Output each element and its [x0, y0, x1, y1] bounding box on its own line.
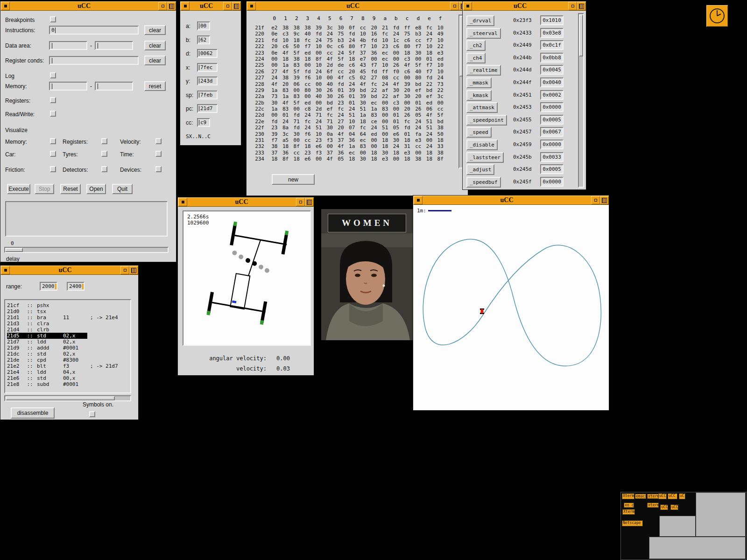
symbol-name-button[interactable]: _speed: [466, 127, 492, 138]
maximize-button[interactable]: [600, 196, 609, 204]
titlebar[interactable]: uCC: [180, 1, 241, 11]
taskbar-tile[interactable]: Xterm: [622, 493, 634, 499]
delay-slider-thumb[interactable]: [5, 248, 23, 252]
titlebar[interactable]: uCC: [0, 1, 176, 11]
taskbar-tile[interactable]: uCC: [660, 504, 668, 510]
register-conds-input[interactable]: [49, 56, 139, 65]
memory-from-input[interactable]: [49, 82, 87, 91]
iconify-button[interactable]: [450, 2, 459, 10]
register-value-field[interactable]: 7feb: [197, 91, 218, 99]
disasm-line[interactable]: 21e2::bltf3; -> 21d7: [5, 363, 130, 369]
symbol-value-field[interactable]: 0x0005: [540, 115, 564, 125]
symbol-value-field[interactable]: 0x0002: [540, 90, 564, 100]
window-menu-button[interactable]: [178, 198, 187, 206]
maximize-button[interactable]: [129, 266, 138, 274]
register-value-field[interactable]: 62: [197, 35, 210, 44]
window-menu-button[interactable]: [181, 2, 190, 10]
symbol-value-field[interactable]: 0x0067: [540, 127, 564, 137]
symbol-name-button[interactable]: _speedpoint: [466, 115, 507, 126]
register-value-field[interactable]: 00: [197, 21, 210, 30]
vis-registers-checkbox[interactable]: [101, 138, 107, 144]
symbol-name-button[interactable]: _adjust: [466, 164, 494, 175]
stop-button[interactable]: Stop: [35, 184, 54, 194]
data-area-clear-button[interactable]: clear: [144, 41, 166, 50]
vis-car-checkbox[interactable]: [50, 151, 56, 157]
data-area-to-input[interactable]: [95, 41, 133, 50]
register-conds-clear-button[interactable]: clear: [144, 56, 166, 65]
vis-friction-checkbox[interactable]: [50, 166, 56, 172]
disasm-hscrollbar-thumb[interactable]: [6, 396, 115, 400]
taskbar-tile[interactable]: Netscape: [622, 520, 643, 526]
disasm-line[interactable]: 21e8::subd#0001: [5, 381, 130, 387]
log-checkbox[interactable]: [50, 72, 56, 78]
iconify-button[interactable]: [296, 198, 305, 206]
titlebar[interactable]: uCC: [0, 266, 138, 275]
titlebar[interactable]: uCC: [413, 196, 609, 205]
disasm-line[interactable]: 21de::cpd#8300: [5, 357, 130, 363]
window-menu-button[interactable]: [1, 266, 10, 274]
symbol-value-field[interactable]: 0x0000: [540, 177, 564, 187]
taskbar-tile[interactable]: xterm: [647, 503, 659, 508]
taskbar-tile[interactable]: xo c: [624, 503, 634, 508]
symbol-name-button[interactable]: _kmask: [466, 90, 492, 101]
disasm-line[interactable]: 21d4::clrb: [5, 327, 130, 333]
disasm-line[interactable]: 21e6::std00,x: [5, 375, 130, 381]
execute-button[interactable]: Execute: [7, 184, 30, 194]
disasm-checkbox[interactable]: [89, 411, 95, 417]
titlebar[interactable]: uCC: [247, 1, 468, 11]
pager-empty-desk[interactable]: [659, 516, 696, 537]
vis-time-checkbox[interactable]: [155, 151, 162, 157]
pager-empty-desk[interactable]: [696, 492, 746, 537]
symbol-name-button[interactable]: _attmask: [466, 102, 498, 113]
taskbar-tile[interactable]: xterm: [647, 494, 659, 499]
taskbar-tile[interactable]: uC: [679, 493, 685, 499]
pager-empty-desk[interactable]: [649, 537, 746, 559]
disasm-line[interactable]: 21d9::addd#0001: [5, 345, 130, 351]
clock-widget[interactable]: [706, 5, 728, 27]
breakpoints-checkbox[interactable]: [50, 16, 56, 22]
delay-slider[interactable]: [4, 247, 169, 253]
symbol-name-button[interactable]: _realtime: [466, 65, 501, 76]
iconify-button[interactable]: [591, 196, 600, 204]
register-value-field[interactable]: c9: [197, 118, 210, 127]
disasm-line[interactable]: 21d0::tsx: [5, 308, 130, 315]
symbol-value-field[interactable]: 0x0bb8: [540, 53, 564, 63]
disassemble-button[interactable]: disassemble: [11, 407, 55, 419]
symbol-value-field[interactable]: 0x03e8: [540, 28, 564, 38]
instructions-input[interactable]: 0: [49, 26, 139, 35]
vis-memory-checkbox[interactable]: [50, 138, 56, 144]
disasm-hscrollbar[interactable]: [4, 395, 131, 401]
taskbar-tile[interactable]: uCC: [668, 493, 677, 499]
symbol-value-field[interactable]: 0x1010: [540, 15, 564, 25]
symbol-value-field[interactable]: 0x0040: [540, 77, 564, 87]
taskbar-tile[interactable]: emacs: [635, 494, 646, 499]
maximize-button[interactable]: [577, 2, 586, 10]
new-button[interactable]: new: [272, 174, 315, 185]
memory-to-input[interactable]: [95, 82, 133, 91]
maximize-button[interactable]: [305, 198, 314, 206]
taskbar-tile[interactable]: uCC: [670, 504, 678, 510]
symbol-name-button[interactable]: _ch4: [466, 53, 486, 63]
data-area-from-input[interactable]: [49, 41, 87, 50]
symbol-name-button[interactable]: _drvval: [466, 15, 494, 26]
taskbar-tile[interactable]: Xterm: [622, 509, 635, 515]
quit-button[interactable]: Quit: [112, 184, 133, 194]
vis-devices-checkbox[interactable]: [155, 166, 162, 172]
disasm-line[interactable]: 21d5::std02,x: [5, 333, 130, 339]
instructions-clear-button[interactable]: clear: [144, 25, 166, 35]
taskbar-tile[interactable]: uCC: [658, 493, 667, 499]
window-menu-button[interactable]: [1, 2, 10, 10]
symbol-name-button[interactable]: _speedbuf: [466, 177, 501, 188]
register-value-field[interactable]: 21d7: [197, 104, 218, 113]
registers-checkbox[interactable]: [50, 97, 56, 103]
titlebar[interactable]: uCC: [463, 1, 586, 11]
open-button[interactable]: Open: [86, 184, 106, 194]
symbol-value-field[interactable]: 0x0c1f: [540, 40, 564, 50]
pager[interactable]: XtermemacsxtermuCCuCCuCxo cxtermuCCuCCXt…: [621, 492, 746, 560]
read-write-checkbox[interactable]: [50, 111, 56, 117]
disasm-line[interactable]: 21d7::ldd02,x: [5, 339, 130, 345]
disasm-line[interactable]: 21dc::std02,x: [5, 351, 130, 357]
iconify-button[interactable]: [158, 2, 167, 10]
window-menu-button[interactable]: [414, 196, 423, 204]
symbol-name-button[interactable]: _disable: [466, 140, 498, 150]
